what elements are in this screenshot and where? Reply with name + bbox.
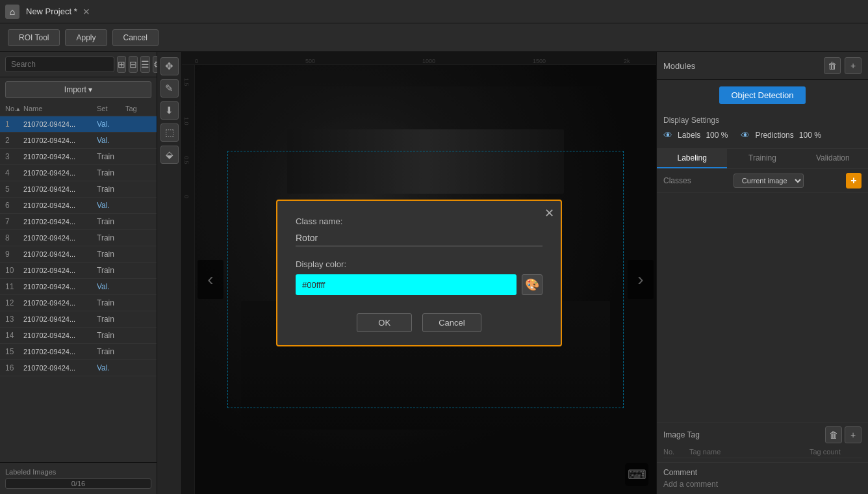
object-detection-button[interactable]: Object Detection [719,86,805,104]
labeled-images-bar: Labeled Images 0/16 [0,462,157,494]
dialog-ok-button[interactable]: OK [357,313,412,332]
labels-eye-icon[interactable]: 👁 [663,130,672,140]
file-no: 6 [5,201,23,210]
selection-tool[interactable]: ⬚ [160,124,179,142]
file-row[interactable]: 12 210702-09424... Train [0,295,157,311]
file-name: 210702-09424... [23,185,97,193]
file-name: 210702-09424... [23,315,97,323]
pointer-tool[interactable]: ✥ [160,57,179,75]
image-tag-actions: 🗑 + [825,426,862,443]
file-name: 210702-09424... [23,153,97,161]
file-set: Val. [97,363,125,372]
col-tag: Tag [125,105,151,113]
file-row[interactable]: 3 210702-09424... Train [0,149,157,165]
file-set: Train [97,168,125,177]
search-bar: ⊞ ⊟ ☰ ⚙ [0,52,157,77]
project-title: New Project * [26,6,77,16]
file-row[interactable]: 8 210702-09424... Train [0,230,157,246]
file-row[interactable]: 1 210702-09424... Val. [0,116,157,133]
file-no: 9 [5,250,23,259]
comment-title: Comment [663,468,862,477]
tab-validation[interactable]: Validation [798,149,868,168]
file-no: 2 [5,136,23,145]
delete-module-button[interactable]: 🗑 [824,57,841,74]
file-name: 210702-09424... [23,202,97,209]
file-row[interactable]: 7 210702-09424... Train [0,214,157,230]
import-button[interactable]: Import ▾ [5,81,151,98]
tab-row: Labeling Training Validation [657,149,868,169]
dialog-close-button[interactable]: ✕ [544,206,554,220]
cancel-button[interactable]: Cancel [112,29,159,46]
classes-row: Classes Current image All images + [657,169,868,193]
labels-label: Labels [678,131,700,140]
file-row[interactable]: 6 210702-09424... Val. [0,198,157,214]
file-set: Train [97,298,125,307]
file-no: 8 [5,233,23,242]
file-name: 210702-09424... [23,283,97,291]
tab-labeling[interactable]: Labeling [657,149,727,168]
file-row[interactable]: 11 210702-09424... Val. [0,279,157,295]
file-no: 3 [5,152,23,161]
file-name: 210702-09424... [23,332,97,339]
apply-button[interactable]: Apply [65,29,107,46]
class-dialog: ✕ Class name: Display color: #00ffff 🎨 O… [276,200,562,346]
predictions-eye-icon[interactable]: 👁 [741,130,750,140]
transform-tool[interactable]: ⬙ [160,146,179,164]
current-image-select[interactable]: Current image All images [734,174,804,188]
file-name: 210702-09424... [23,234,97,242]
file-row[interactable]: 5 210702-09424... Train [0,181,157,198]
close-button[interactable]: ✕ [83,6,90,17]
file-row[interactable]: 4 210702-09424... Train [0,165,157,181]
file-name: 210702-09424... [23,348,97,356]
class-name-input[interactable] [296,230,542,246]
roi-tool-button[interactable]: ROI Tool [8,29,60,46]
tab-training[interactable]: Training [727,149,797,168]
add-module-button[interactable]: + [845,57,862,74]
home-icon[interactable]: ⌂ [5,5,19,19]
class-name-label: Class name: [296,216,542,226]
file-row[interactable]: 9 210702-09424... Train [0,246,157,263]
left-panel: ⊞ ⊟ ☰ ⚙ Import ▾ No.▴ Name Set Tag 1 210… [0,52,157,494]
import-tool[interactable]: ⬇ [160,101,179,120]
dialog-cancel-button[interactable]: Cancel [422,313,481,332]
file-no: 1 [5,120,23,129]
right-panel: Modules 🗑 + Object Detection Display Set… [656,52,868,494]
display-settings: Display Settings 👁 Labels 100 % 👁 Predic… [657,110,868,149]
file-no: 14 [5,331,23,340]
labeled-images-progress: 0/16 [5,478,151,489]
file-name: 210702-09424... [23,299,97,307]
delete-tag-button[interactable]: 🗑 [825,426,842,443]
image-tag-section: Image Tag 🗑 + No. Tag name Tag count [657,422,868,462]
filter-icon[interactable]: ⊟ [129,56,138,73]
classes-content [657,193,868,422]
add-class-button[interactable]: + [846,173,862,188]
comment-input[interactable] [663,480,862,489]
color-row: #00ffff 🎨 [296,274,542,295]
file-name: 210702-09424... [23,169,97,177]
list-icon[interactable]: ☰ [140,56,150,73]
main-layout: ⊞ ⊟ ☰ ⚙ Import ▾ No.▴ Name Set Tag 1 210… [0,52,868,494]
search-input[interactable] [5,57,114,72]
toolbar: ROI Tool Apply Cancel [0,23,868,52]
dialog-buttons: OK Cancel [296,313,542,332]
file-set: Train [97,347,125,356]
file-set: Train [97,266,125,275]
file-set: Train [97,315,125,324]
file-row[interactable]: 2 210702-09424... Val. [0,133,157,149]
add-tag-button[interactable]: + [845,426,862,443]
labels-pct: 100 % [706,131,728,140]
tag-col-name: Tag name [689,448,810,456]
file-no: 11 [5,282,23,291]
file-row[interactable]: 15 210702-09424... Train [0,344,157,360]
color-picker-button[interactable]: 🎨 [522,274,542,295]
file-row[interactable]: 10 210702-09424... Train [0,263,157,279]
pen-tool[interactable]: ✎ [160,79,179,98]
file-name: 210702-09424... [23,250,97,258]
file-set: Val. [97,136,125,145]
image-filter-icon[interactable]: ⊞ [117,56,126,73]
file-no: 5 [5,185,23,194]
file-list-header: No.▴ Name Set Tag [0,102,157,116]
file-row[interactable]: 16 210702-09424... Val. [0,360,157,376]
file-row[interactable]: 14 210702-09424... Train [0,328,157,344]
file-row[interactable]: 13 210702-09424... Train [0,311,157,328]
